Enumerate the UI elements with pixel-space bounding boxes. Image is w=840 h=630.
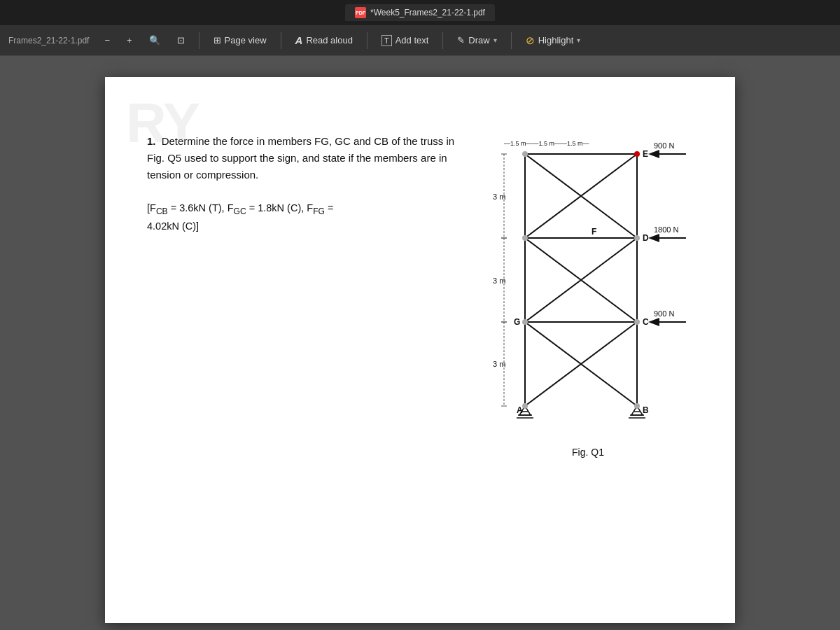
add-text-button[interactable]: T Add text (374, 31, 435, 50)
answer-text: [FCB = 3.6kN (T), FGC = 1.8kN (C), FFG =… (147, 200, 455, 234)
fit-icon: ⊡ (177, 35, 185, 46)
add-text-label: Add text (396, 35, 429, 46)
svg-point-25 (522, 151, 528, 157)
svg-text:E: E (643, 149, 648, 159)
pdf-page: RY 1. Determine the force in members FG,… (105, 77, 735, 623)
svg-text:C: C (643, 317, 649, 327)
separator-5 (511, 32, 512, 49)
tab-label: *Week5_Frames2_21-22-1.pdf (370, 8, 485, 18)
svg-point-28 (522, 403, 528, 409)
main-content-area: RY 1. Determine the force in members FG,… (0, 56, 840, 630)
svg-text:900 N: 900 N (654, 309, 674, 318)
fg-subscript: FG (313, 206, 325, 216)
breadcrumb-label: Frames2_21-22-1.pdf (8, 36, 89, 46)
draw-label: Draw (468, 35, 489, 46)
problem-text-block: 1. Determine the force in members FG, GC… (147, 133, 455, 234)
svg-text:A: A (517, 405, 523, 415)
problem-section: 1. Determine the force in members FG, GC… (147, 133, 693, 458)
toolbar: Frames2_21-22-1.pdf − + 🔍 ⊡ ⊞ Page view … (0, 25, 840, 56)
problem-number: 1. (147, 135, 156, 147)
separator-1 (199, 32, 200, 49)
svg-point-24 (634, 403, 640, 409)
svg-text:F: F (592, 227, 596, 237)
svg-text:D: D (643, 233, 649, 243)
separator-4 (442, 32, 443, 49)
svg-text:B: B (643, 405, 649, 415)
svg-point-22 (634, 235, 640, 241)
page-view-button[interactable]: ⊞ Page view (206, 31, 274, 49)
problem-statement: 1. Determine the force in members FG, GC… (147, 133, 455, 183)
read-aloud-icon: A (295, 34, 303, 46)
separator-3 (367, 32, 368, 49)
pdf-icon: PDF (355, 7, 366, 18)
svg-text:—1.5 m——1.5 m——1.5 m—: —1.5 m——1.5 m——1.5 m— (504, 140, 589, 147)
svg-point-21 (634, 151, 640, 157)
svg-text:G: G (514, 317, 520, 327)
svg-text:1800 N: 1800 N (654, 225, 679, 234)
chevron-down-icon: ▾ (493, 36, 497, 44)
page-view-icon: ⊞ (214, 35, 221, 46)
svg-text:3 m: 3 m (493, 276, 505, 285)
page-view-label: Page view (225, 35, 267, 46)
svg-text:900 N: 900 N (654, 141, 674, 150)
fig-caption: Fig. Q1 (483, 447, 693, 458)
answer-block: [FCB = 3.6kN (T), FGC = 1.8kN (C), FFG =… (147, 200, 455, 234)
read-aloud-button[interactable]: A Read aloud (288, 31, 360, 50)
plus-icon: + (127, 35, 132, 46)
title-bar: PDF *Week5_Frames2_21-22-1.pdf (0, 0, 840, 25)
add-text-icon: T (382, 35, 392, 46)
highlight-icon: ⊘ (526, 34, 535, 47)
separator-2 (281, 32, 281, 49)
highlight-button[interactable]: ⊘ Highlight ▾ (519, 31, 588, 50)
draw-icon: ✎ (457, 35, 465, 46)
svg-point-27 (522, 319, 528, 325)
svg-text:3 m: 3 m (493, 192, 505, 201)
cb-subscript: CB (156, 206, 168, 216)
read-aloud-label: Read aloud (306, 35, 353, 46)
truss-svg: —1.5 m——1.5 m——1.5 m— (483, 133, 693, 441)
draw-button[interactable]: ✎ Draw ▾ (450, 31, 503, 49)
gc-subscript: GC (234, 206, 246, 216)
search-button[interactable]: 🔍 (142, 31, 167, 49)
minus-icon: − (104, 35, 110, 46)
search-icon: 🔍 (149, 35, 160, 46)
svg-point-23 (634, 319, 640, 325)
svg-text:3 m: 3 m (493, 360, 505, 368)
svg-point-26 (522, 235, 528, 241)
tab[interactable]: PDF *Week5_Frames2_21-22-1.pdf (345, 4, 495, 21)
chevron-down-icon-2: ▾ (577, 36, 580, 44)
highlight-label: Highlight (538, 35, 574, 46)
fit-button[interactable]: ⊡ (170, 31, 192, 49)
zoom-out-button[interactable]: − (97, 31, 117, 49)
zoom-in-button[interactable]: + (120, 31, 139, 49)
truss-diagram: —1.5 m——1.5 m——1.5 m— (483, 133, 693, 458)
